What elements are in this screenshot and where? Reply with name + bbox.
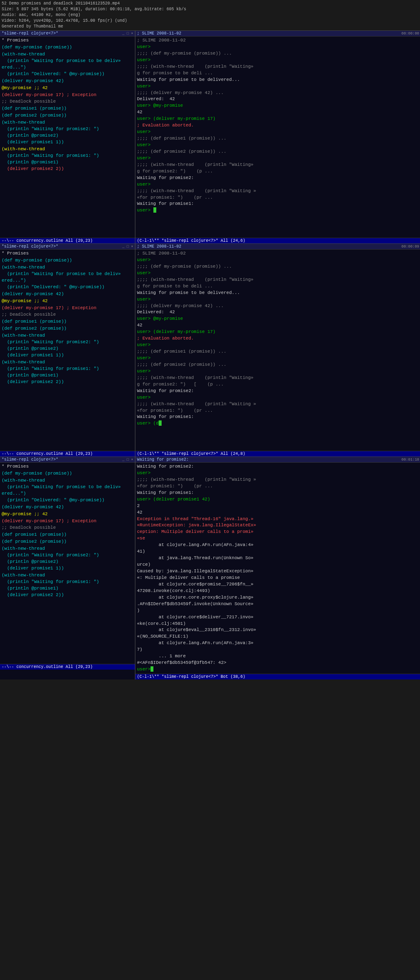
code-line: (println "Delivered: " @my-promise)) bbox=[2, 497, 133, 504]
code-line: (def my-promise (promise)) bbox=[2, 470, 133, 477]
timestamp-3: 00:01:18 bbox=[402, 458, 419, 462]
code-line: 42 bbox=[137, 109, 418, 116]
code-line: ered...") bbox=[2, 64, 133, 71]
code-line: user> bbox=[137, 155, 418, 162]
code-line: (def promise1 (promise)) bbox=[2, 106, 133, 112]
right-titlebar-2: ; SLIME 2008-11-02 00:00:09 bbox=[135, 244, 420, 250]
status-right-3: (C-l-1\** *slime-repl clojure<7>* Bot (3… bbox=[137, 675, 245, 679]
code-line: (with-new-thread bbox=[2, 359, 133, 366]
code-line: user> bbox=[137, 666, 418, 673]
code-line: ception: Multiple deliver calls to a pro… bbox=[137, 529, 418, 535]
timestamp-1: 00:00:00 bbox=[402, 32, 419, 36]
code-line: ;;;; (with-new-thread (println "Waiting» bbox=[137, 277, 418, 283]
code-line: (println "Waiting for promise2: ") bbox=[2, 126, 133, 133]
code-line: ; SLIME 2008-11-02 bbox=[137, 250, 418, 257]
code-line: (deliver promise2 2)) bbox=[2, 166, 133, 172]
panel-group-2: *slime-repl clojure<7>* _ □ × * Promises… bbox=[0, 243, 420, 457]
left-status-3: --\-- concurrency.outline All (29,23) bbox=[0, 664, 135, 670]
right-repl-panel-3: Waiting for promise2: 00:01:18 Waiting f… bbox=[135, 457, 420, 679]
code-line: «se bbox=[137, 535, 418, 542]
right-repl-panel-2: ; SLIME 2008-11-02 00:00:09 ; SLIME 2008… bbox=[135, 244, 420, 457]
code-line: @my-promise ;; 42 bbox=[2, 85, 133, 92]
code-line: (deliver my-promise 17) ; Exception bbox=[2, 92, 133, 99]
code-line: user> bbox=[137, 207, 418, 214]
left-title-2: *slime-repl clojure<7>* bbox=[2, 244, 58, 249]
left-code-1: * Promises (def my-promise (promise)) (w… bbox=[0, 37, 135, 238]
code-line: «for promise1: ") (pr ... bbox=[137, 483, 418, 490]
code-line: (println "Waiting for promise to be deli… bbox=[2, 58, 133, 64]
code-line: 42 bbox=[137, 322, 418, 329]
text-cursor bbox=[153, 207, 156, 213]
code-line: (with-new-thread bbox=[2, 264, 133, 271]
code-line: (deliver my-promise 42) bbox=[2, 504, 133, 511]
code-line: ;;;; (with-new-thread (println "Waiting … bbox=[137, 188, 418, 195]
code-line: (with-new-thread bbox=[2, 546, 133, 552]
code-line: Waiting for promise1: bbox=[137, 201, 418, 207]
window-controls-1: _ □ × bbox=[122, 32, 133, 36]
code-line: (println "Waiting for promise1: ") bbox=[2, 366, 133, 372]
code-line: at clojure$eval__2310$fn__2312.invo» bbox=[137, 627, 418, 633]
code-line: user> bbox=[137, 296, 418, 303]
code-line: user> bbox=[137, 129, 418, 135]
left-status-1: --\-- concurrency.outline All (29,23) bbox=[0, 238, 135, 243]
code-line: (with-new-thread bbox=[2, 119, 133, 126]
code-line: (with-new-thread bbox=[2, 146, 133, 153]
code-line: (println @promise1) bbox=[2, 159, 133, 166]
code-line: (deliver promise2 2)) bbox=[2, 592, 133, 599]
code-line: ;;;; (with-new-thread (println "Waiting» bbox=[137, 64, 418, 70]
code-line: Exception in thread "Thread-16" java.lan… bbox=[137, 516, 418, 523]
window-controls-3: _ □ × bbox=[122, 458, 133, 462]
code-line: (def promise1 (promise)) bbox=[2, 319, 133, 325]
right-titlebar-3: Waiting for promise2: 00:01:18 bbox=[135, 457, 420, 463]
code-line: g for promise2: ") (p ... bbox=[137, 168, 418, 175]
code-line: user> bbox=[137, 83, 418, 90]
right-title-2: ; SLIME 2008-11-02 bbox=[137, 244, 181, 249]
right-status-1: (C-l-1\** *slime-repl clojure<7>* All (2… bbox=[135, 238, 420, 243]
code-line: ;;;; (def my-promise (promise)) ... bbox=[137, 50, 418, 57]
code-line: at clojure.lang.AFn.run(AFn.java:3» bbox=[137, 640, 418, 647]
code-line: user> bbox=[137, 257, 418, 264]
code-line: Waiting for promise1: bbox=[137, 490, 418, 496]
code-line: (deliver promise1 1)) bbox=[2, 565, 133, 572]
code-line: ered...") bbox=[2, 491, 133, 497]
right-repl-2: ; SLIME 2008-11-02user>;;;; (def my-prom… bbox=[135, 250, 420, 451]
code-line: (def promise1 (promise)) bbox=[2, 532, 133, 538]
code-line: Caused by: java.lang.IllegalStateExcepti… bbox=[137, 568, 418, 575]
code-line: 42 bbox=[137, 510, 418, 516]
code-line: * Promises bbox=[2, 464, 133, 470]
code-line: .AFn$IDeref$db53459f.invoke(Unknown Sour… bbox=[137, 601, 418, 608]
code-line: ;; Deadlock possible bbox=[2, 312, 133, 318]
code-line: Waiting for promise2: bbox=[137, 388, 418, 395]
status-right-2: (C-l-1\** *slime-repl clojure<7>* All (2… bbox=[137, 452, 245, 456]
code-line: (def my-promise (promise)) bbox=[2, 44, 133, 51]
code-line: user> bbox=[137, 142, 418, 149]
right-title-1: ; SLIME 2008-11-02 bbox=[137, 31, 181, 36]
code-line: at clojure.core$deliver__7217.invo» bbox=[137, 614, 418, 621]
status-left-1: --\-- concurrency.outline All (29,23) bbox=[2, 239, 93, 243]
code-line: user> bbox=[137, 368, 418, 375]
code-line: ered...") bbox=[2, 278, 133, 284]
code-line: «for promise1: ") (pr ... bbox=[137, 195, 418, 201]
left-editor-panel-2: *slime-repl clojure<7>* _ □ × * Promises… bbox=[0, 244, 135, 457]
code-line: user> bbox=[137, 44, 418, 50]
left-titlebar-3: *slime-repl clojure<7>* _ □ × bbox=[0, 457, 135, 463]
code-line: Delivered: 42 bbox=[137, 309, 418, 316]
code-line: ; Evaluation aborted. bbox=[137, 335, 418, 342]
timestamp-2: 00:00:09 bbox=[402, 245, 419, 249]
code-line: Waiting for promise to be delivered... bbox=[137, 290, 418, 296]
status-left-3: --\-- concurrency.outline All (29,23) bbox=[2, 665, 93, 669]
code-line: (println "Delivered: " @my-promise)) bbox=[2, 71, 133, 78]
code-line: (def my-promise (promise)) bbox=[2, 257, 133, 264]
code-line: Waiting for promise2: bbox=[137, 464, 418, 470]
right-repl-1: ; SLIME 2008-11-02user>;;;; (def my-prom… bbox=[135, 37, 420, 238]
code-line: (deliver my-promise 17) ; Exception bbox=[2, 518, 133, 525]
code-line: (println "Waiting for promise1: ") bbox=[2, 579, 133, 585]
code-line: urce) bbox=[137, 562, 418, 568]
video-video: Video: h264, yuv420p, 102.4x768, 15.00 f… bbox=[2, 18, 418, 24]
code-line: (with-new-thread bbox=[2, 333, 133, 339]
code-line: user> (deliver my-promise 17) bbox=[137, 116, 418, 122]
right-title-3: Waiting for promise2: bbox=[137, 457, 189, 462]
code-line: Waiting for promise to be delivered... bbox=[137, 77, 418, 83]
code-line: ) bbox=[137, 608, 418, 614]
code-line: «RuntimeException: java.lang.IllegalStat… bbox=[137, 522, 418, 529]
